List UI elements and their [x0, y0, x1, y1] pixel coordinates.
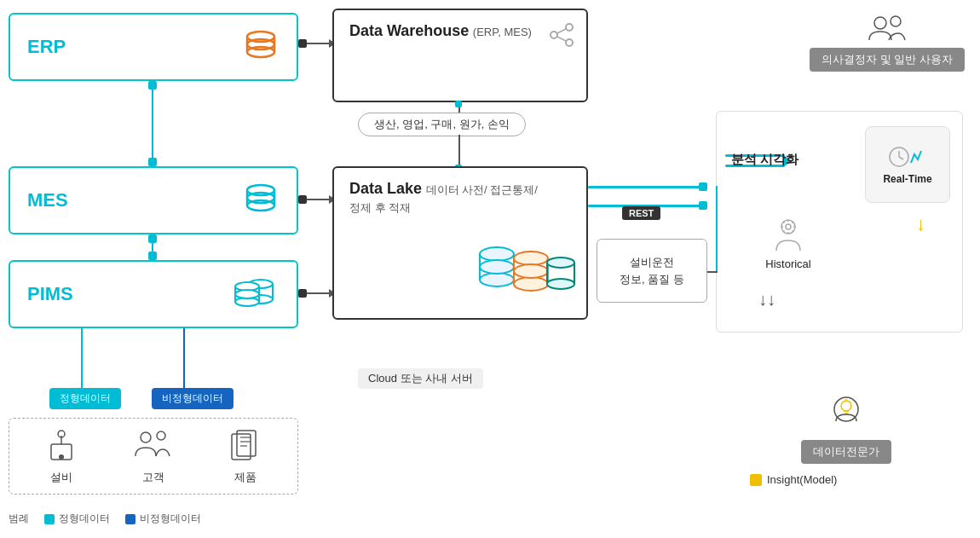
- svg-point-44: [874, 17, 886, 29]
- dw-subtitle: (ERP, MES): [473, 26, 532, 38]
- svg-line-41: [899, 157, 903, 159]
- legend-prefix: 범례: [9, 512, 29, 526]
- dl-title: Data Lake: [349, 180, 422, 197]
- realtime-icon: [889, 144, 926, 170]
- mes-label: MES: [27, 189, 68, 211]
- erp-mes-vline: [152, 81, 153, 166]
- mes-pims-vline: [152, 234, 153, 260]
- insight-area: Insight(Model): [750, 473, 837, 486]
- svg-point-33: [514, 277, 548, 291]
- seobi-text: 설비운전정보, 품질 등: [620, 254, 684, 287]
- insight-text: Insight(Model): [767, 473, 837, 486]
- unstructured-tag: 비정형데이터: [152, 388, 233, 409]
- dl-right-line-top: [588, 186, 707, 188]
- icon-item-goaek: 고객: [132, 427, 175, 485]
- mes-to-dl-connector: [298, 199, 332, 200]
- svg-point-55: [141, 432, 151, 443]
- erp-label: ERP: [27, 36, 66, 58]
- expert-icon: [829, 392, 863, 435]
- svg-point-45: [891, 16, 901, 26]
- machine-icon: [44, 427, 78, 465]
- right-vert-line: [716, 186, 718, 271]
- bottom-icons-area: 설비 고객 제품: [9, 418, 298, 495]
- svg-point-56: [157, 431, 165, 440]
- pims-to-tag-line2: [183, 328, 185, 388]
- svg-point-54: [59, 454, 64, 460]
- users-badge: 의사결정자 및 일반 사용자: [810, 48, 965, 72]
- svg-line-24: [557, 37, 566, 41]
- rt-label: Real-Time: [883, 173, 931, 185]
- svg-point-19: [235, 290, 259, 298]
- dl-panel-connector: [716, 186, 718, 188]
- yellow-arrow: ↓: [916, 213, 925, 235]
- svg-point-22: [566, 39, 573, 46]
- analytics-label: 분석 시각화: [731, 152, 798, 168]
- users-area: 의사결정자 및 일반 사용자: [810, 13, 965, 72]
- svg-point-25: [480, 247, 514, 261]
- seobi-to-panel-line: [707, 271, 718, 273]
- data-warehouse-box: Data Warehouse (ERP, MES): [332, 9, 588, 102]
- structured-tag: 정형데이터: [49, 388, 121, 409]
- pill-label: 생산, 영업, 구매, 원가, 손익: [358, 113, 526, 136]
- svg-point-43: [786, 224, 791, 229]
- pims-label: PIMS: [27, 283, 73, 305]
- pims-to-tag-line1: [81, 328, 83, 388]
- erp-box: ERP: [9, 13, 298, 81]
- svg-point-29: [480, 260, 514, 274]
- product-icon: [228, 427, 262, 465]
- rest-badge: REST: [622, 206, 660, 220]
- legend-unstructured: 비정형데이터: [125, 512, 201, 526]
- down-arrows: ↓↓: [758, 290, 775, 309]
- real-time-box: Real-Time: [865, 126, 950, 203]
- pill-to-dl-vline: [458, 135, 460, 167]
- icon-item-seobi: 설비: [44, 427, 78, 485]
- cloud-label: Cloud 또는 사내 서버: [358, 368, 483, 389]
- svg-point-30: [514, 252, 548, 265]
- seobi-icon-label: 설비: [50, 470, 72, 485]
- dw-title: Data Warehouse: [349, 22, 469, 39]
- expert-badge: 데이터전문가: [801, 440, 891, 464]
- jepum-icon-label: 제품: [234, 470, 257, 485]
- dl-databases-icon: [476, 241, 578, 309]
- pims-box: PIMS: [9, 260, 298, 328]
- insight-dot: [750, 474, 762, 486]
- seobi-box: 설비운전정보, 품질 등: [597, 239, 707, 303]
- historical-box: Historical: [750, 205, 827, 281]
- share-icon: [549, 22, 574, 48]
- mes-database-icon: [242, 182, 280, 219]
- legend-structured-text: 정형데이터: [59, 512, 110, 526]
- svg-point-20: [566, 24, 573, 31]
- goaek-icon-label: 고객: [142, 470, 164, 485]
- erp-to-dw-connector: [298, 43, 332, 44]
- historical-icon: [770, 217, 807, 254]
- svg-point-35: [547, 257, 574, 268]
- svg-point-21: [551, 32, 557, 38]
- users-icon: [866, 13, 908, 43]
- svg-point-47: [841, 401, 851, 411]
- pims-database-icon: [228, 275, 280, 313]
- legend-structured: 정형데이터: [44, 512, 110, 526]
- pims-to-dl-connector: [298, 292, 332, 294]
- erp-database-icon: [242, 28, 280, 66]
- legend-blue-dot: [125, 514, 135, 524]
- svg-point-38: [547, 279, 574, 289]
- dw-dot: [455, 101, 462, 107]
- hist-label: Historical: [765, 257, 810, 270]
- svg-point-34: [514, 264, 548, 278]
- legend-unstructured-text: 비정형데이터: [140, 512, 201, 526]
- expert-area: 데이터전문가: [801, 392, 891, 464]
- legend: 범례 정형데이터 비정형데이터: [9, 512, 201, 526]
- svg-point-28: [480, 273, 514, 286]
- icon-item-jepum: 제품: [228, 427, 262, 485]
- legend-green-dot: [44, 514, 55, 524]
- svg-line-23: [557, 29, 566, 33]
- users-group-icon: [132, 427, 175, 465]
- mes-box: MES: [9, 166, 298, 234]
- data-lake-box: Data Lake 데이터 사전/ 접근통제/정제 후 적재: [332, 166, 588, 320]
